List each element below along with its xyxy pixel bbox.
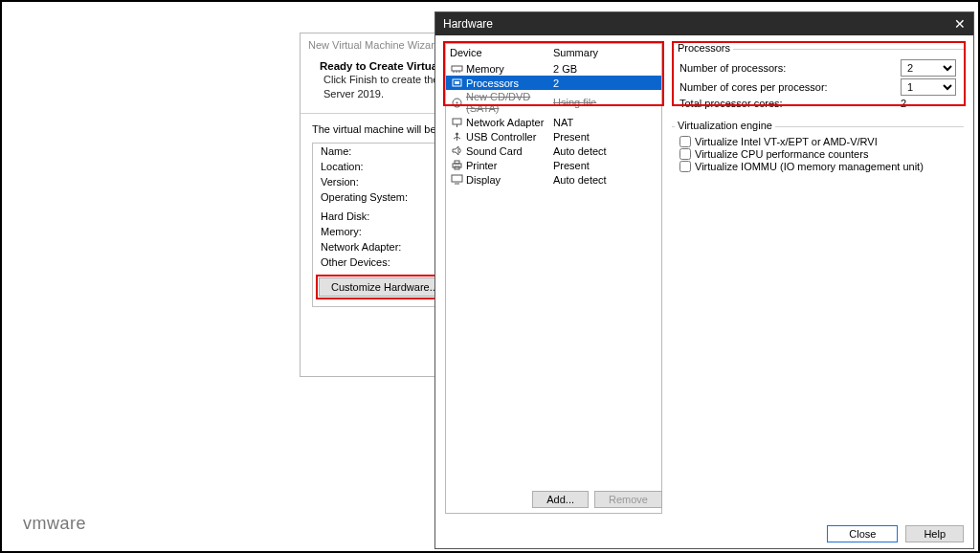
customize-hardware-button[interactable]: Customize Hardware...	[319, 277, 451, 297]
device-list: Memory2 GBProcessors2New CD/DVD (SATA)Us…	[446, 61, 661, 187]
add-device-button[interactable]: Add...	[532, 491, 589, 508]
perf-counters-label: Virtualize CPU performance counters	[695, 148, 868, 160]
svg-line-13	[457, 137, 461, 139]
wizard-row-key: Name:	[313, 144, 428, 159]
sound-icon	[450, 144, 464, 157]
device-row-memory[interactable]: Memory2 GB	[446, 61, 661, 76]
cpu-icon	[450, 77, 464, 89]
usb-icon	[450, 130, 464, 143]
device-row-display[interactable]: DisplayAuto detect	[446, 172, 661, 187]
wizard-row-key: Version:	[313, 174, 428, 189]
vtx-checkbox[interactable]	[679, 136, 691, 147]
device-row-new-cd-dvd-sata-[interactable]: New CD/DVD (SATA)Using file	[446, 90, 661, 115]
hardware-window: Hardware ✕ Device Summary Memory2 GBProc…	[434, 11, 974, 549]
total-cores-label: Total processor cores:	[679, 98, 901, 109]
device-row-network-adapter[interactable]: Network AdapterNAT	[446, 115, 661, 129]
device-row-sound-card[interactable]: Sound CardAuto detect	[446, 144, 661, 158]
cores-per-proc-select[interactable]: 1	[901, 78, 956, 96]
wizard-row-key: Memory:	[313, 224, 428, 239]
vmware-logo: vmware	[23, 514, 86, 534]
svg-rect-5	[455, 81, 459, 84]
num-processors-label: Number of processors:	[679, 62, 901, 74]
wizard-row-key: Operating System:	[313, 189, 428, 205]
virtualization-engine-group: Virtualization engine Virtualize Intel V…	[672, 126, 964, 181]
iommu-checkbox[interactable]	[679, 161, 691, 172]
net-icon	[450, 116, 464, 128]
display-icon	[450, 173, 464, 186]
total-cores-row: Total processor cores: 2	[679, 98, 956, 109]
device-name: Network Adapter	[466, 117, 553, 128]
close-icon[interactable]: ✕	[954, 17, 966, 31]
summary-column-header: Summary	[553, 47, 657, 58]
hardware-titlebar: Hardware ✕	[435, 12, 973, 35]
cores-per-proc-label: Number of cores per processor:	[679, 81, 901, 93]
vtx-label: Virtualize Intel VT-x/EPT or AMD-V/RVI	[695, 136, 878, 147]
device-name: New CD/DVD (SATA)	[466, 91, 553, 114]
device-name: Memory	[466, 63, 553, 75]
device-summary: Auto detect	[553, 145, 657, 157]
device-row-usb-controller[interactable]: USB ControllerPresent	[446, 129, 661, 144]
svg-rect-16	[455, 161, 459, 164]
device-summary: 2 GB	[553, 63, 657, 75]
device-summary: Auto detect	[553, 174, 657, 186]
device-name: Printer	[466, 160, 553, 171]
svg-rect-0	[452, 66, 462, 71]
processors-group: Processors Number of processors: 2 Numbe…	[672, 49, 964, 119]
num-processors-select[interactable]: 2	[901, 59, 956, 77]
iommu-label: Virtualize IOMMU (IO memory management u…	[695, 161, 924, 172]
cores-per-proc-row: Number of cores per processor: 1	[679, 78, 956, 96]
device-header-row: Device Summary	[446, 44, 661, 61]
svg-rect-8	[453, 119, 461, 124]
help-button[interactable]: Help	[905, 525, 964, 542]
device-name: Display	[466, 174, 553, 186]
total-cores-value: 2	[901, 98, 956, 109]
cd-icon	[450, 97, 464, 109]
svg-rect-18	[452, 175, 462, 182]
device-name: Processors	[466, 77, 553, 89]
device-summary: Present	[553, 160, 657, 171]
num-processors-row: Number of processors: 2	[679, 59, 956, 77]
svg-point-7	[457, 101, 458, 103]
wizard-row-key: Network Adapter:	[313, 239, 428, 254]
svg-line-12	[454, 137, 457, 139]
device-name: Sound Card	[466, 145, 553, 157]
device-panel: Device Summary Memory2 GBProcessors2New …	[445, 43, 662, 514]
svg-marker-14	[453, 146, 458, 155]
perf-counters-checkbox[interactable]	[679, 148, 691, 160]
remove-device-button[interactable]: Remove	[594, 491, 662, 508]
memory-icon	[450, 62, 464, 75]
printer-icon	[450, 159, 464, 171]
wizard-row-key: Hard Disk:	[313, 209, 428, 224]
wizard-row-key: Location:	[313, 159, 428, 174]
device-summary: NAT	[553, 117, 657, 128]
device-row-printer[interactable]: PrinterPresent	[446, 158, 661, 172]
device-column-header: Device	[450, 47, 553, 58]
details-panel: Processors Number of processors: 2 Numbe…	[662, 43, 964, 514]
processors-legend: Processors	[675, 42, 733, 54]
device-summary: Present	[553, 131, 657, 143]
device-summary: 2	[553, 77, 657, 89]
device-row-processors[interactable]: Processors2	[446, 76, 661, 90]
wizard-row-key: Other Devices:	[313, 254, 428, 270]
device-name: USB Controller	[466, 131, 553, 143]
device-summary: Using file	[553, 97, 657, 108]
vengine-legend: Virtualization engine	[675, 120, 775, 131]
hardware-title-text: Hardware	[443, 17, 493, 31]
close-button[interactable]: Close	[827, 525, 898, 542]
